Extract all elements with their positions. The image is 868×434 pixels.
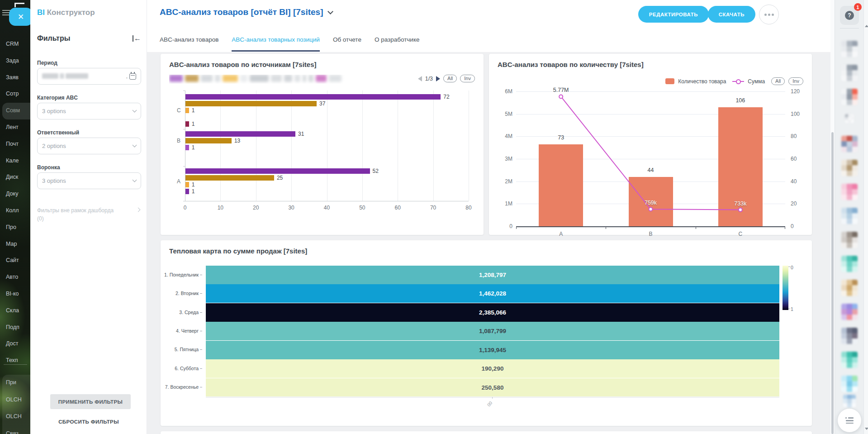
heatmap-value: 1,208,797 <box>479 272 506 278</box>
bar-value-label: 31 <box>298 131 304 137</box>
heatmap-x-tick-label: 00 <box>486 401 493 408</box>
content-scrollbar[interactable] <box>830 0 835 434</box>
rail-active-highlight <box>2 103 30 119</box>
tab-3[interactable]: О разработчике <box>375 36 420 52</box>
widget-thumbnail-2[interactable] <box>841 65 858 81</box>
line-point-label: 5.77M <box>553 87 569 93</box>
rail-item-почт[interactable]: Почт <box>6 141 30 147</box>
thumb-cell <box>852 376 858 381</box>
thumb-cell <box>847 352 852 357</box>
filter-select-0[interactable]: 3 options <box>37 103 141 119</box>
rail-item-подп[interactable]: Подп <box>6 324 30 330</box>
edit-button[interactable]: РЕДАКТИРОВАТЬ <box>638 6 709 23</box>
more-options-button[interactable] <box>759 5 779 24</box>
thumb-cell <box>852 76 858 81</box>
scroll-down-icon[interactable] <box>865 428 868 430</box>
heatmap-row-label: 5. Пятница <box>162 347 202 352</box>
rail-item-зада[interactable]: Зада <box>6 57 30 64</box>
rail-item-заяв[interactable]: Заяв <box>6 74 30 81</box>
widget-list-button[interactable] <box>838 409 861 432</box>
widget-thumbnail-14[interactable] <box>841 352 858 368</box>
rail-item-колл[interactable]: Колл <box>6 207 30 214</box>
thumb-cell <box>852 395 856 399</box>
widget-thumbnail-16[interactable] <box>843 395 856 407</box>
bar-value-label: 25 <box>277 175 283 181</box>
bar-A-1 <box>185 182 189 187</box>
widget-thumbnail-11[interactable] <box>841 280 858 296</box>
help-button[interactable]: ? 1 <box>840 6 859 25</box>
rail-item-доку[interactable]: Доку <box>6 191 30 197</box>
thumb-cell <box>847 189 852 195</box>
thumb-cell <box>847 315 852 320</box>
thumb-cell <box>852 208 858 213</box>
rail-item-сотр[interactable]: Сотр <box>6 91 30 97</box>
rail-item-кале[interactable]: Кале <box>6 157 30 164</box>
rail-item-дост[interactable]: Дост <box>6 340 30 347</box>
heatmap-row-1: 1,208,797 <box>206 266 779 284</box>
gridline <box>433 91 434 201</box>
reset-filters-button[interactable]: СБРОСИТЬ ФИЛЬТРЫ <box>30 419 147 424</box>
widget-thumbnail-15[interactable] <box>841 376 858 392</box>
period-input[interactable]: . <box>37 68 141 85</box>
widget-thumbnail-9[interactable] <box>841 232 858 248</box>
widget-thumbnail-7[interactable] <box>841 184 858 200</box>
widget-thumbnail-3[interactable] <box>841 89 858 105</box>
tab-2[interactable]: Об отчете <box>333 36 361 52</box>
thumb-cell <box>841 352 847 357</box>
widget-thumbnail-6[interactable] <box>841 160 858 176</box>
chevron-down-icon <box>328 9 334 14</box>
rail-item-про[interactable]: Про <box>6 224 30 230</box>
rail-item-сайт[interactable]: Сайт <box>6 257 30 263</box>
widget-thumbnail-5[interactable] <box>841 136 858 152</box>
collapse-filters-icon[interactable]: ← <box>133 34 141 43</box>
redacted-text <box>42 73 58 79</box>
rail-item-скла[interactable]: Скла <box>6 307 30 314</box>
apply-filters-button[interactable]: ПРИМЕНИТЬ ФИЛЬТРЫ <box>50 394 131 409</box>
thumb-cell <box>841 219 847 224</box>
widget-thumbnail-4[interactable] <box>845 114 854 123</box>
rail-item-bi-ко[interactable]: BI-ко <box>6 291 30 297</box>
colorbar-tick <box>788 309 790 309</box>
chevron-down-icon <box>133 178 137 182</box>
thumb-cell <box>841 165 847 171</box>
thumb-cell <box>848 114 851 117</box>
tab-0[interactable]: ABC-анализ товаров <box>160 36 218 52</box>
rail-item-авто[interactable]: Авто <box>6 274 30 280</box>
rail-item-лент[interactable]: Лент <box>6 124 30 130</box>
thumb-cell <box>852 333 858 339</box>
next-card-peek <box>161 431 812 434</box>
rail-item-crm[interactable]: CRM <box>6 41 30 47</box>
widget-thumbnail-13[interactable] <box>841 328 858 344</box>
widget-thumbnail-12[interactable] <box>841 304 858 320</box>
filter-select-1[interactable]: 2 options <box>37 138 141 154</box>
bar-value-label: 1 <box>192 181 195 188</box>
thumb-cell <box>841 285 847 291</box>
calendar-icon[interactable] <box>129 73 136 80</box>
scroll-up-icon[interactable] <box>865 25 868 27</box>
thumb-cell <box>841 89 847 94</box>
widget-thumbnail-10[interactable] <box>841 256 858 272</box>
close-panel-button[interactable]: ✕ <box>9 8 30 26</box>
category-label-B: B <box>177 138 180 144</box>
rail-item-мар[interactable]: Мар <box>6 241 30 247</box>
widget-thumbnail-8[interactable] <box>841 208 858 224</box>
thumb-cell <box>841 189 847 195</box>
widget-thumbnail-1[interactable] <box>841 41 858 57</box>
bar-C-1 <box>185 121 189 127</box>
axis-tick <box>183 129 185 129</box>
window-scrollbar[interactable] <box>863 0 868 434</box>
download-button[interactable]: СКАЧАТЬ <box>708 6 755 23</box>
thumb-cell <box>847 147 852 152</box>
thumb-cell <box>843 395 847 399</box>
report-title[interactable]: ABC-анализ товаров [отчёт BI] [7sites] <box>160 7 332 17</box>
x-axis-tick <box>606 226 606 229</box>
tab-1[interactable]: ABC-анализ товарных позиций <box>232 36 320 52</box>
bitrix-left-rail: CRMЗадаЗаявСотрСовмЛентПочтКалеДискДокуК… <box>0 0 30 434</box>
line-point-label: 759k <box>645 200 657 206</box>
outer-filters-note[interactable]: Фильтры вне рамок дашборда (0) <box>37 206 134 223</box>
rail-item-диск[interactable]: Диск <box>6 174 30 180</box>
filter-select-2[interactable]: 3 options <box>37 172 141 189</box>
scrollbar-thumb[interactable] <box>831 132 834 434</box>
rail-item-техп[interactable]: Техп <box>6 357 30 363</box>
gridline <box>327 91 327 201</box>
